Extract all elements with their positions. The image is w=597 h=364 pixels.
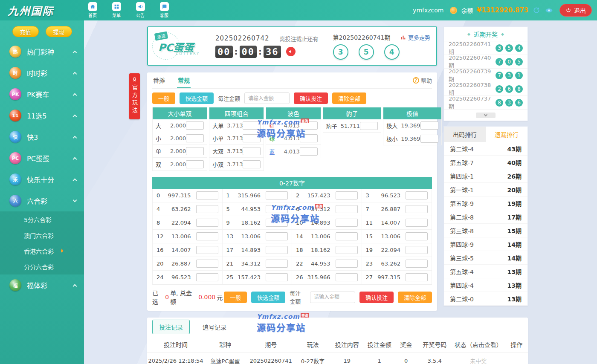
number-bet-option[interactable]: 7 26.887: [362, 202, 432, 216]
number-bet-option[interactable]: 27 997.315: [362, 271, 432, 284]
number-bet-option[interactable]: 22 44.953: [292, 257, 362, 271]
number-amount-input[interactable]: [336, 273, 358, 281]
bet-amount-input[interactable]: [243, 160, 261, 168]
number-bet-option[interactable]: 25 157.423: [223, 271, 293, 284]
nav-item-service[interactable]: 客服: [156, 2, 173, 18]
number-amount-input[interactable]: [266, 260, 288, 268]
nav-item-home[interactable]: 首页: [84, 2, 101, 18]
help-link[interactable]: ? 帮助: [413, 76, 432, 84]
number-amount-input[interactable]: [196, 246, 218, 254]
number-bet-option[interactable]: 8 22.094: [153, 216, 223, 230]
bet-amount-input[interactable]: [420, 121, 438, 130]
number-bet-option[interactable]: 9 18.162: [223, 216, 293, 230]
record-status[interactable]: 未中奖: [452, 352, 505, 364]
withdraw-button[interactable]: 提现: [46, 26, 72, 37]
official-play-tab[interactable]: 官方玩法: [129, 73, 140, 119]
number-amount-input[interactable]: [266, 273, 288, 281]
sidebar-item[interactable]: 快 快3: [0, 126, 84, 147]
number-amount-input[interactable]: [336, 205, 358, 213]
tab-bet-records[interactable]: 投注记录: [152, 320, 190, 334]
number-amount-input[interactable]: [266, 232, 288, 240]
bet-amount-input[interactable]: [243, 147, 261, 155]
tab-hot-numbers[interactable]: 出码排行: [444, 127, 486, 142]
bet-amount-input[interactable]: [243, 121, 261, 130]
sidebar-item[interactable]: 六 六合彩: [0, 190, 84, 211]
sidebar-subitem[interactable]: 澳门六合彩: [0, 227, 84, 243]
number-bet-option[interactable]: 20 26.887: [153, 257, 223, 271]
number-amount-input[interactable]: [406, 191, 428, 199]
number-bet-option[interactable]: 17 14.893: [223, 243, 293, 257]
bet-option[interactable]: 大 2.000: [153, 119, 207, 132]
bet-option[interactable]: 单 2.000: [153, 145, 207, 158]
nav-item-announcement[interactable]: 公告: [132, 2, 149, 18]
logout-button[interactable]: 退出: [559, 4, 592, 17]
tab-regular[interactable]: 常规: [177, 72, 191, 88]
bet-option[interactable]: 小双 3.713: [209, 158, 264, 170]
number-amount-input[interactable]: [196, 260, 218, 268]
recharge-button[interactable]: 充值: [12, 26, 39, 37]
number-amount-input[interactable]: [336, 219, 358, 227]
number-amount-input[interactable]: [196, 219, 218, 227]
bet-option[interactable]: 极小 19.369: [383, 132, 441, 145]
number-bet-option[interactable]: 12 13.006: [153, 230, 223, 243]
bet-option[interactable]: 大双 3.713: [209, 145, 264, 158]
number-amount-input[interactable]: [336, 191, 358, 199]
number-bet-option[interactable]: 15 13.006: [362, 230, 432, 243]
amount-input[interactable]: [310, 292, 355, 303]
tab-missing-numbers[interactable]: 遗漏排行: [486, 127, 527, 142]
number-amount-input[interactable]: [266, 205, 288, 213]
sidebar-subitem[interactable]: 香港六合彩: [0, 243, 84, 259]
number-amount-input[interactable]: [336, 260, 358, 268]
number-bet-option[interactable]: 23 63.262: [362, 257, 432, 271]
number-bet-option[interactable]: 6 34.312: [292, 202, 362, 216]
number-amount-input[interactable]: [266, 191, 288, 199]
bet-option[interactable]: 极大 19.369: [383, 119, 441, 132]
more-trends-link[interactable]: 更多走势: [400, 33, 430, 41]
number-bet-option[interactable]: 18 18.162: [292, 243, 362, 257]
bet-amount-input[interactable]: [360, 122, 378, 130]
number-amount-input[interactable]: [336, 232, 358, 240]
tab-chase-records[interactable]: 追号记录: [196, 320, 233, 334]
bet-option[interactable]: 蓝 4.013: [266, 145, 320, 158]
number-amount-input[interactable]: [266, 246, 288, 254]
sidebar-item[interactable]: 时 时时彩: [0, 62, 84, 84]
quick-amount-button[interactable]: 快选金额: [251, 292, 285, 303]
confirm-bet-button[interactable]: 确认投注: [294, 92, 328, 104]
mode-button[interactable]: 一般: [224, 292, 247, 303]
mode-button[interactable]: 一般: [152, 92, 175, 104]
bet-option[interactable]: 红 4.013: [266, 119, 320, 132]
sound-icon[interactable]: [286, 47, 296, 56]
number-bet-option[interactable]: 21 34.312: [223, 257, 293, 271]
refresh-icon[interactable]: [532, 6, 541, 14]
number-amount-input[interactable]: [196, 273, 218, 281]
expand-draws-button[interactable]: [444, 110, 527, 121]
confirm-bet-button[interactable]: 确认投注: [359, 292, 394, 303]
sidebar-item[interactable]: 热 热门彩种: [0, 41, 84, 62]
bet-amount-input[interactable]: [300, 147, 318, 156]
bet-option[interactable]: 豹子 51.711: [323, 119, 381, 132]
amount-input[interactable]: [244, 92, 290, 104]
number-amount-input[interactable]: [406, 273, 428, 281]
tab-fantan[interactable]: 番摊: [152, 72, 166, 88]
sidebar-item[interactable]: PC PC蛋蛋: [0, 147, 84, 169]
number-amount-input[interactable]: [196, 232, 218, 240]
number-bet-option[interactable]: 26 315.966: [292, 271, 362, 284]
bet-option[interactable]: 大单 3.713: [209, 119, 264, 132]
bet-option[interactable]: 小 2.000: [153, 132, 207, 145]
clear-all-button[interactable]: 清除全部: [398, 292, 432, 303]
number-bet-option[interactable]: 16 14.007: [153, 243, 223, 257]
number-bet-option[interactable]: 24 96.523: [153, 271, 223, 284]
number-bet-option[interactable]: 0 997.315: [153, 189, 223, 202]
bet-option[interactable]: 绿 4.013: [266, 132, 320, 145]
sidebar-item[interactable]: 乐 快乐十分: [0, 169, 84, 190]
number-amount-input[interactable]: [196, 205, 218, 213]
number-amount-input[interactable]: [406, 246, 428, 254]
number-amount-input[interactable]: [336, 246, 358, 254]
bet-option[interactable]: 双 2.000: [153, 158, 207, 170]
number-bet-option[interactable]: 10 14.893: [292, 216, 362, 230]
number-bet-option[interactable]: 2 157.423: [292, 189, 362, 202]
number-amount-input[interactable]: [196, 191, 218, 199]
bet-amount-input[interactable]: [420, 135, 438, 143]
quick-amount-button[interactable]: 快选金额: [180, 92, 214, 104]
number-bet-option[interactable]: 1 315.966: [223, 189, 293, 202]
